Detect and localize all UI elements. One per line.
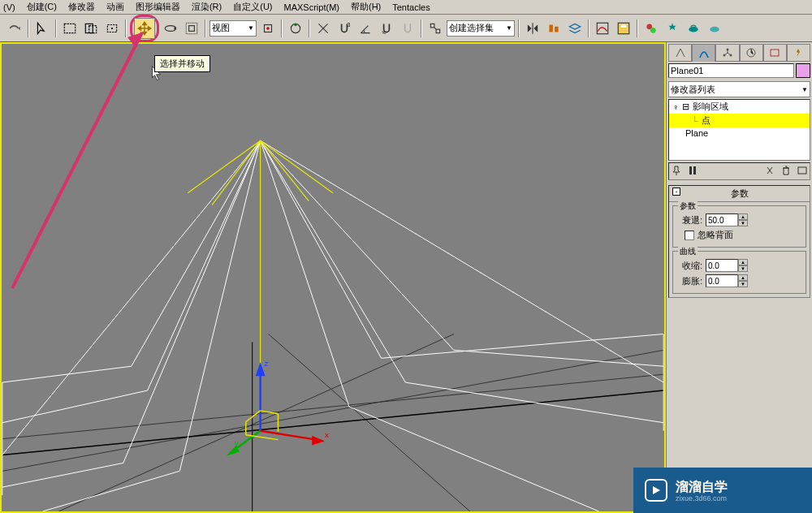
utilities-tab[interactable] (787, 44, 810, 62)
ignore-backfacing-checkbox[interactable] (685, 231, 694, 240)
remove-modifier-icon[interactable] (780, 165, 792, 178)
svg-rect-15 (436, 29, 440, 33)
svg-rect-52 (689, 166, 692, 175)
stack-modifier-row[interactable]: ♀ ⊟ 影响区域 (669, 100, 810, 114)
svg-rect-53 (693, 166, 696, 175)
quick-render-button[interactable] (705, 18, 724, 39)
tooltip: 选择并移动 (154, 55, 210, 72)
svg-point-22 (650, 27, 656, 32)
make-unique-icon[interactable] (764, 165, 775, 178)
svg-rect-17 (555, 26, 559, 32)
svg-line-29 (2, 390, 663, 455)
menu-help[interactable]: 帮助(H) (351, 1, 381, 13)
show-end-result-icon[interactable] (687, 165, 698, 178)
layers-button[interactable] (565, 18, 585, 39)
keyboard-shortcut-button[interactable] (313, 18, 333, 39)
svg-text:x: x (325, 430, 329, 439)
select-and-rotate-button[interactable] (161, 18, 180, 39)
select-manipulate-button[interactable] (286, 18, 305, 39)
menu-customize[interactable]: 自定义(U) (233, 1, 272, 13)
display-tab[interactable] (763, 44, 787, 62)
svg-rect-19 (618, 23, 629, 34)
align-button[interactable] (544, 18, 564, 39)
stack-base-row[interactable]: Plane (669, 127, 810, 139)
group-params-label: 参数 (678, 200, 698, 212)
object-color-swatch[interactable] (796, 63, 810, 78)
curve-editor-button[interactable] (593, 18, 612, 39)
svg-rect-54 (798, 167, 806, 174)
spinner-snap-button[interactable] (398, 18, 417, 39)
watermark: 溜溜自学 zixue.3d66.com (633, 468, 812, 513)
svg-point-11 (294, 23, 296, 25)
motion-tab[interactable] (740, 44, 763, 62)
svg-point-4 (111, 27, 113, 28)
svg-line-28 (269, 334, 470, 511)
collapse-icon[interactable]: - (672, 188, 680, 196)
menu-bar: (V) 创建(C) 修改器 动画 图形编辑器 渲染(R) 自定义(U) MAXS… (0, 0, 812, 15)
select-and-scale-button[interactable] (182, 18, 201, 39)
expand-icon[interactable]: ⊟ (682, 101, 689, 112)
named-selection-dropdown[interactable]: 创建选择集▼ (447, 20, 515, 37)
select-and-move-button[interactable] (130, 15, 159, 42)
pinch-spinner[interactable]: ▲▼ (706, 259, 748, 272)
menu-maxscript[interactable]: MAXScript(M) (284, 2, 339, 12)
ignore-backfacing-label: 忽略背面 (698, 229, 733, 241)
object-name-input[interactable] (668, 63, 794, 78)
falloff-label: 衰退: (676, 214, 702, 226)
svg-rect-6 (189, 25, 195, 31)
render-setup-button[interactable] (663, 18, 682, 39)
rollout-header[interactable]: - 参数 (669, 186, 810, 202)
named-selection-edit-button[interactable] (425, 18, 445, 39)
select-rect-button[interactable] (60, 18, 80, 39)
falloff-spinner[interactable]: ▲▼ (706, 213, 748, 226)
menu-grapheditor[interactable]: 图形编辑器 (136, 1, 180, 13)
snap-toggle-button[interactable]: 3 (335, 18, 354, 39)
render-last-button[interactable] (684, 18, 703, 39)
hierarchy-tab[interactable] (715, 44, 739, 62)
watermark-title: 溜溜自学 (676, 479, 728, 496)
use-pivot-center-button[interactable] (258, 18, 278, 39)
material-editor-button[interactable] (641, 18, 661, 39)
svg-line-26 (2, 350, 663, 471)
schematic-view-button[interactable] (614, 18, 633, 39)
configure-sets-icon[interactable] (797, 165, 808, 178)
modify-tab[interactable] (692, 44, 715, 62)
select-region-button[interactable] (102, 18, 122, 39)
percent-snap-button[interactable]: % (377, 18, 396, 39)
menu-create[interactable]: 创建(C) (27, 1, 57, 13)
window-crossing-button[interactable] (81, 18, 101, 39)
menu-anim[interactable]: 动画 (106, 1, 124, 13)
svg-line-34 (212, 140, 261, 205)
svg-rect-18 (597, 23, 608, 34)
svg-text:z: z (265, 359, 269, 368)
svg-rect-0 (64, 24, 76, 32)
modifier-list-dropdown[interactable]: 修改器列表▼ (668, 81, 810, 97)
bubble-spinner[interactable]: ▲▼ (706, 274, 748, 287)
svg-line-25 (2, 374, 663, 438)
undo-button[interactable] (5, 18, 24, 39)
mirror-button[interactable] (523, 18, 542, 39)
svg-point-23 (689, 26, 698, 32)
menu-modifier[interactable]: 修改器 (68, 1, 95, 13)
modifier-stack[interactable]: ♀ ⊟ 影响区域 └ 点 Plane (668, 99, 810, 161)
reference-coord-dropdown[interactable]: 视图▼ (209, 20, 257, 37)
create-tab[interactable] (668, 44, 692, 62)
pin-stack-icon[interactable] (671, 165, 682, 178)
bubble-label: 膨胀: (676, 275, 702, 287)
stack-subobject-row[interactable]: └ 点 (669, 114, 810, 127)
select-cursor-button[interactable] (32, 18, 52, 39)
angle-snap-button[interactable] (356, 18, 375, 39)
perspective-viewport[interactable]: z y x (0, 42, 666, 513)
svg-text:3: 3 (347, 21, 350, 27)
menu-tentacles[interactable]: Tentacles (392, 2, 430, 12)
pinch-label: 收缩: (676, 260, 702, 272)
menu-render[interactable]: 渲染(R) (192, 1, 222, 13)
menu-view[interactable]: (V) (3, 2, 15, 12)
svg-rect-51 (771, 50, 779, 56)
svg-rect-14 (430, 24, 434, 28)
command-panel: 修改器列表▼ ♀ ⊟ 影响区域 └ 点 Plane - 参数 参数 (666, 42, 812, 513)
svg-line-44 (261, 431, 321, 441)
svg-marker-45 (312, 436, 325, 446)
command-panel-tabs (668, 44, 810, 62)
group-curve-label: 曲线 (678, 246, 698, 257)
